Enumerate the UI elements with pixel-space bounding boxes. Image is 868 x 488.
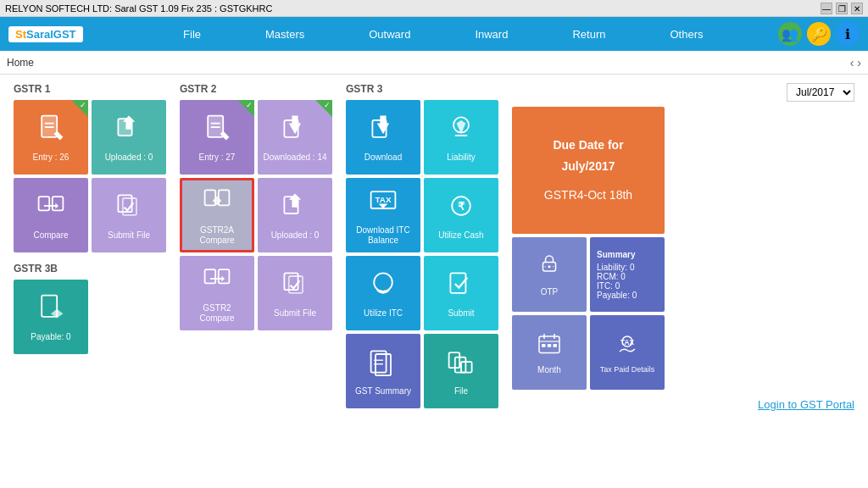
upload-icon xyxy=(114,113,144,149)
gstr3-gst-summary-label: GST Summary xyxy=(355,386,411,396)
month-icon xyxy=(537,331,562,362)
nav-inward[interactable]: Inward xyxy=(468,25,515,44)
key-icon[interactable]: 🔑 xyxy=(807,22,831,46)
gstr3-section: GSTR 3 Download Liability xyxy=(346,83,498,480)
nav-prev-arrow[interactable]: ‹ xyxy=(850,56,854,69)
gstr2-submit-label: Submit File xyxy=(274,308,316,319)
gstr1-submit-tile[interactable]: Submit File xyxy=(92,178,166,252)
gstr3-grid: Download Liability TAX Download ITC Bala… xyxy=(346,100,498,408)
utilize-cash-icon: ₹ xyxy=(446,191,476,227)
gstr1-uploaded-tile[interactable]: Uploaded : 0 xyxy=(92,100,166,175)
due-date-text1: Due Date for July/2017 xyxy=(529,135,648,177)
nav-arrows: ‹ › xyxy=(850,56,861,69)
gstr2a-compare-tile[interactable]: GSTR2A Compare xyxy=(180,178,254,252)
svg-text:₹: ₹ xyxy=(458,200,465,212)
svg-marker-27 xyxy=(289,193,301,207)
svg-marker-22 xyxy=(289,115,301,134)
file-icon xyxy=(446,347,476,383)
gstr3b-label: Payable: 0 xyxy=(31,332,70,341)
svg-rect-8 xyxy=(39,197,50,210)
liability-icon xyxy=(446,113,476,149)
gstr2-uploaded-tile[interactable]: Uploaded : 0 xyxy=(258,178,332,252)
gstr3b-section: GSTR 3B Payable: 0 xyxy=(14,263,166,354)
download-itc-icon: TAX xyxy=(368,186,398,222)
left-col: GSTR 1 Entry : 26 xyxy=(14,83,166,480)
nav-file[interactable]: File xyxy=(176,25,208,44)
gstr2a-icon xyxy=(202,186,232,222)
title-text: RELYON SOFTECH LTD: Saral GST 1.09 Fix 2… xyxy=(5,3,272,14)
compare-icon xyxy=(36,191,66,227)
gstr2-downloaded-tile[interactable]: Downloaded : 14 xyxy=(258,100,332,175)
gstr3-download-itc-tile[interactable]: TAX Download ITC Balance xyxy=(346,178,420,252)
otp-icon xyxy=(537,253,562,284)
home-tab-bar: Home ‹ › xyxy=(0,51,868,75)
nav-return[interactable]: Return xyxy=(565,25,612,44)
upload2-icon xyxy=(280,191,310,227)
logo: StSaralGST xyxy=(8,26,83,42)
sections-row: GSTR 1 Entry : 26 xyxy=(14,83,854,480)
downloaded-icon xyxy=(280,113,310,149)
gstr3-submit-tile[interactable]: Submit xyxy=(424,256,498,330)
gstr1-entry-label: Entry : 26 xyxy=(33,152,70,163)
nav-masters[interactable]: Masters xyxy=(259,25,311,44)
svg-rect-24 xyxy=(219,190,230,205)
check-mark xyxy=(71,100,88,117)
minimize-button[interactable]: — xyxy=(821,3,832,14)
gstr3-liability-label: Liability xyxy=(447,152,475,163)
gstr3-file-tile[interactable]: File xyxy=(424,334,498,408)
gstr2-entry-tile[interactable]: Entry : 27 xyxy=(180,100,254,175)
gstr3-liability-tile[interactable]: Liability xyxy=(424,100,498,175)
summary-row2: Month TAX Tax Paid Details xyxy=(512,315,854,390)
gstr2-entry-label: Entry : 27 xyxy=(199,152,236,163)
summary-line-2: RCM: 0 xyxy=(597,272,626,281)
gstr2-section: GSTR 2 Entry : 27 Downloaded : 14 xyxy=(180,83,332,480)
entry-icon xyxy=(36,113,66,149)
restore-button[interactable]: ❐ xyxy=(836,3,848,14)
gstr1-compare-tile[interactable]: Compare xyxy=(14,178,88,252)
otp-tile[interactable]: OTP xyxy=(512,237,587,312)
gstr3-gst-summary-tile[interactable]: GST Summary xyxy=(346,334,420,408)
summary-line-3: ITC: 0 xyxy=(597,281,620,291)
gstr3-download-tile[interactable]: Download xyxy=(346,100,420,175)
gstr1-title: GSTR 1 xyxy=(14,83,166,95)
gstr3-utilize-itc-tile[interactable]: Utilize ITC xyxy=(346,256,420,330)
close-button[interactable]: ✕ xyxy=(851,3,863,14)
date-select[interactable]: Jul/2017 xyxy=(787,83,854,102)
tax-paid-tile[interactable]: TAX Tax Paid Details xyxy=(590,315,665,390)
svg-rect-23 xyxy=(205,190,216,205)
gstr2-compare-tile[interactable]: GSTR2 Compare xyxy=(180,256,254,330)
gstr1-entry-tile[interactable]: Entry : 26 xyxy=(14,100,88,175)
info-icon[interactable]: ℹ xyxy=(836,22,860,46)
people-icon[interactable]: 👥 xyxy=(778,22,802,46)
svg-marker-31 xyxy=(221,275,225,281)
submit-icon xyxy=(114,191,144,227)
title-bar-controls[interactable]: — ❐ ✕ xyxy=(821,3,863,14)
gstr3-file-label: File xyxy=(454,386,468,396)
gstr1-grid: Entry : 26 Uploaded : 0 Comp xyxy=(14,100,166,252)
gstr2-uploaded-label: Uploaded : 0 xyxy=(271,230,320,241)
nav-others[interactable]: Others xyxy=(663,25,709,44)
gstr3b-tile[interactable]: Payable: 0 xyxy=(14,280,88,354)
nav-outward[interactable]: Outward xyxy=(362,25,417,44)
gstr3-utilize-cash-tile[interactable]: ₹ Utilize Cash xyxy=(424,178,498,252)
month-tile[interactable]: Month xyxy=(512,315,587,390)
gstr2-submit-tile[interactable]: Submit File xyxy=(258,256,332,330)
check-mark xyxy=(315,100,332,117)
svg-text:TAX: TAX xyxy=(620,339,634,347)
gstr2-downloaded-label: Downloaded : 14 xyxy=(263,152,326,163)
home-tab[interactable]: Home xyxy=(7,57,34,69)
gstr1-uploaded-label: Uploaded : 0 xyxy=(105,152,153,163)
svg-marker-11 xyxy=(55,202,58,208)
gstr2-grid: Entry : 27 Downloaded : 14 GSTR2A Compar… xyxy=(180,100,332,330)
nav-next-arrow[interactable]: › xyxy=(857,56,861,69)
gstr3-title: GSTR 3 xyxy=(346,83,498,95)
login-link[interactable]: Login to GST Portal xyxy=(758,398,854,411)
gstr2a-compare-label: GSTR2A Compare xyxy=(187,225,247,246)
utilize-itc-icon xyxy=(368,269,398,305)
svg-marker-35 xyxy=(377,115,389,134)
summary-line-1: Liability: 0 xyxy=(597,263,634,272)
logo-name: SaralGST xyxy=(26,28,76,41)
main-content: GSTR 1 Entry : 26 xyxy=(0,75,868,488)
gstr3-download-itc-label: Download ITC Balance xyxy=(351,225,415,246)
gstr3-utilize-cash-label: Utilize Cash xyxy=(438,230,483,241)
